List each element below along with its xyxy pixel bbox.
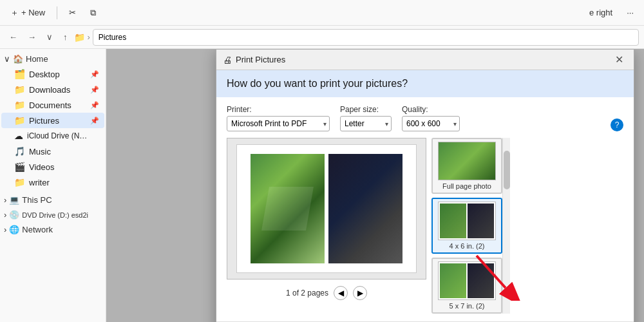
dialog-title-text: 🖨 Print Pictures [223, 55, 285, 65]
chevron-right-icon: › [4, 195, 6, 205]
printer-options-row: Printer: Microsoft Print to PDF Paper si… [227, 105, 623, 131]
new-button[interactable]: ＋ + New [5, 5, 50, 21]
pin-icon-downloads: 📌 [90, 86, 99, 94]
quality-field-group: Quality: 600 x 600 [402, 105, 460, 131]
printer-field-group: Printer: Microsoft Print to PDF [227, 105, 330, 131]
preview-page [236, 144, 417, 273]
layout-thumb-full-page [438, 142, 496, 180]
computer-icon: 💻 [9, 195, 19, 205]
home-icon: 🏠 [13, 54, 23, 64]
dialog-titlebar: 🖨 Print Pictures ✕ [216, 50, 634, 70]
sidebar-item-music[interactable]: 🎵 Music [1, 144, 104, 159]
sidebar-section-network[interactable]: › 🌐 Network [0, 222, 106, 237]
music-icon: 🎵 [14, 146, 25, 156]
paper-size-label: Paper size: [340, 105, 392, 114]
photo-right [328, 154, 402, 263]
pictures-folder-icon: 📁 [14, 115, 25, 126]
layout-scroll: Full page photo [431, 138, 510, 314]
mini-photo-2 [468, 204, 494, 238]
print-pictures-dialog: 🖨 Print Pictures ✕ How do you want to pr… [216, 49, 634, 322]
sidebar-item-icloud[interactable]: ☁ iCloud Drive (N… [1, 128, 104, 144]
chevron-right-icon2: › [4, 210, 6, 220]
more-button[interactable]: ··· [621, 5, 639, 20]
photo-left [251, 154, 325, 263]
printer-select-wrapper: Microsoft Print to PDF [227, 116, 330, 131]
layout-thumb-5x7 [438, 261, 496, 300]
dialog-body: Printer: Microsoft Print to PDF Paper si… [216, 97, 634, 321]
downloads-folder-icon: 📁 [14, 84, 25, 95]
mini-photo-4 [468, 263, 494, 298]
folder-icon: 📁 [74, 32, 85, 43]
paper-size-field-group: Paper size: Letter [340, 105, 392, 131]
printer-icon: 🖨 [223, 55, 232, 65]
quality-select-wrapper: 600 x 600 [402, 116, 460, 131]
pagination-row: 1 of 2 pages ◀ ▶ [227, 286, 426, 300]
dialog-close-button[interactable]: ✕ [611, 52, 627, 67]
layout-thumb-4x6 [438, 202, 496, 240]
sidebar-item-desktop[interactable]: 🗂️ Desktop 📌 [1, 66, 104, 82]
paper-size-select[interactable]: Letter [340, 116, 392, 131]
full-page-label: Full page photo [442, 182, 491, 190]
dark-photo [328, 154, 402, 263]
scrollbar-thumb [504, 151, 510, 189]
address-bar[interactable] [93, 29, 639, 46]
printer-label: Printer: [227, 105, 330, 114]
paper-size-select-wrapper: Letter [340, 116, 392, 131]
preview-section: 1 of 2 pages ◀ ▶ [227, 138, 623, 314]
icloud-icon: ☁ [14, 131, 23, 141]
layout-option-4x6[interactable]: 4 x 6 in. (2) [431, 198, 502, 254]
down-button[interactable]: ∨ [43, 30, 57, 44]
quality-select[interactable]: 600 x 600 [402, 116, 460, 131]
mini-photo-3 [440, 263, 466, 298]
desktop-folder-icon: 🗂️ [14, 69, 25, 79]
nav-bar: ← → ∨ ↑ 📁 › [0, 26, 644, 49]
sidebar: ∨ 🏠 Home 🗂️ Desktop 📌 📁 Downloads 📌 📁 Do… [0, 49, 106, 322]
sidebar-section-home[interactable]: ∨ 🏠 Home [0, 52, 106, 66]
toolbar-separator [57, 6, 57, 19]
forward-button[interactable]: → [24, 30, 40, 44]
network-icon: 🌐 [9, 225, 19, 234]
5x7-preview [439, 262, 495, 299]
breadcrumb-arrow: › [88, 32, 90, 42]
cut-button[interactable]: ✂ [64, 5, 81, 20]
sidebar-section-dvd[interactable]: › 💿 DVD Drive (D:) esd2i [0, 207, 106, 222]
sidebar-item-pictures[interactable]: 📁 Pictures 📌 [1, 113, 104, 128]
sidebar-item-downloads[interactable]: 📁 Downloads 📌 [1, 82, 104, 97]
layout-options: Full page photo [431, 138, 502, 314]
copy-button[interactable]: ⧉ [85, 5, 101, 21]
full-page-preview [439, 142, 495, 180]
5x7-label: 5 x 7 in. (2) [449, 302, 484, 310]
videos-icon: 🎬 [14, 162, 25, 172]
main-file-area: 🖨 Print Pictures ✕ How do you want to pr… [106, 49, 644, 322]
sidebar-item-writer[interactable]: 📁 writer [1, 175, 104, 190]
dvd-icon: 💿 [9, 210, 19, 220]
dialog-header: How do you want to print your pictures? [216, 70, 634, 97]
right-label-button[interactable]: e right [584, 5, 618, 20]
layout-scrollbar[interactable] [502, 138, 510, 314]
quality-label: Quality: [402, 105, 460, 114]
sidebar-section-thispc[interactable]: › 💻 This PC [0, 193, 106, 207]
up-button[interactable]: ↑ [59, 30, 71, 44]
pin-icon-desktop: 📌 [90, 70, 99, 79]
prev-page-button[interactable]: ◀ [334, 286, 348, 300]
pin-icon-documents: 📌 [90, 101, 99, 109]
page-info: 1 of 2 pages [286, 289, 328, 298]
sidebar-item-documents[interactable]: 📁 Documents 📌 [1, 97, 104, 113]
content-area: ∨ 🏠 Home 🗂️ Desktop 📌 📁 Downloads 📌 📁 Do… [0, 49, 644, 322]
explorer-toolbar: ＋ + New ✂ ⧉ e right ··· [0, 0, 644, 26]
sidebar-item-videos[interactable]: 🎬 Videos [1, 159, 104, 175]
4x6-preview [439, 202, 495, 240]
explorer-window: ＋ + New ✂ ⧉ e right ··· ← → ∨ ↑ 📁 › [0, 0, 644, 322]
printer-select[interactable]: Microsoft Print to PDF [227, 116, 330, 131]
4x6-label: 4 x 6 in. (2) [449, 242, 484, 250]
chevron-right-icon3: › [4, 225, 6, 234]
back-button[interactable]: ← [5, 30, 21, 44]
chevron-down-icon: ∨ [4, 54, 10, 64]
documents-folder-icon: 📁 [14, 100, 25, 110]
mini-photo-1 [440, 204, 466, 238]
next-page-button[interactable]: ▶ [353, 286, 367, 300]
help-button[interactable]: ? [611, 118, 623, 131]
layout-option-full-page[interactable]: Full page photo [431, 138, 502, 194]
preview-canvas [227, 138, 426, 279]
layout-option-5x7[interactable]: 5 x 7 in. (2) [431, 258, 502, 314]
